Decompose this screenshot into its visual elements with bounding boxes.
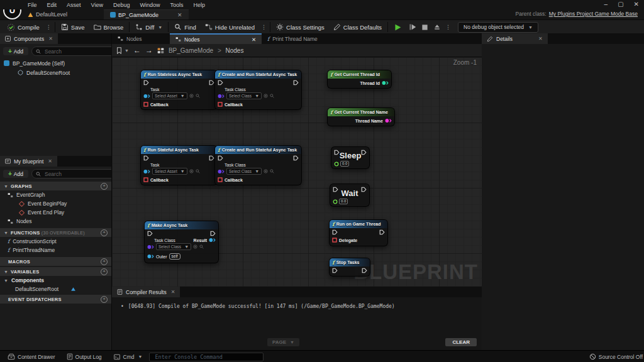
play-button[interactable]: [389, 20, 406, 34]
exec-in-pin[interactable]: [334, 150, 340, 155]
string-pin[interactable]: [385, 118, 392, 123]
doc-tab-nodes-1[interactable]: Nodes: [112, 33, 170, 44]
menu-edit[interactable]: Edit: [47, 2, 57, 8]
browse-asset-icon[interactable]: [196, 94, 200, 98]
use-selected-icon[interactable]: [264, 169, 268, 173]
duration-value[interactable]: 0.0: [339, 199, 348, 204]
class-defaults-button[interactable]: Class Defaults: [329, 20, 386, 34]
exec-in-pin[interactable]: [333, 187, 338, 192]
doc-tab-print-thread-name[interactable]: f Print Thread Name: [262, 33, 323, 44]
exec-out-pin[interactable]: [361, 187, 367, 192]
item-event-beginplay[interactable]: Event BeginPlay: [0, 199, 111, 208]
close-icon[interactable]: ✕: [48, 158, 52, 164]
exec-out-pin[interactable]: [209, 155, 214, 161]
breadcrumb-root[interactable]: BP_GameMode: [169, 47, 213, 54]
add-component-button[interactable]: + Add: [3, 47, 28, 55]
exec-out-pin[interactable]: [362, 268, 367, 273]
delegate-pin[interactable]: [143, 177, 148, 182]
graph-canvas[interactable]: Zoom -1 BLUEPRINT fRun Stateless Async T…: [112, 57, 482, 287]
output-log-button[interactable]: Output Log: [62, 351, 106, 362]
item-event-endplay[interactable]: Event End Play: [0, 208, 111, 217]
object-pin[interactable]: [147, 254, 154, 259]
exec-in-pin[interactable]: [332, 268, 338, 273]
menu-view[interactable]: View: [91, 2, 103, 8]
class-pin[interactable]: [218, 169, 225, 174]
add-blueprint-item-button[interactable]: + Add: [3, 170, 28, 178]
select-class-dropdown[interactable]: Select Class▼: [226, 168, 262, 175]
select-class-dropdown[interactable]: Select Class▼: [156, 243, 191, 250]
node-run-on-game-thread[interactable]: fRun on Game Thread Delegate: [329, 219, 388, 246]
exec-in-pin[interactable]: [143, 80, 149, 85]
hide-unrelated-options-icon[interactable]: ⋮: [259, 24, 269, 30]
delegate-pin[interactable]: [218, 177, 223, 182]
back-arrow-icon[interactable]: ←: [133, 46, 141, 55]
menu-window[interactable]: Window: [140, 2, 160, 8]
delegate-pin[interactable]: [332, 238, 337, 243]
menu-file[interactable]: File: [28, 2, 37, 8]
object-pin[interactable]: [143, 94, 150, 99]
bookmark-button[interactable]: ▼: [116, 47, 129, 54]
tab-bp-gamemode[interactable]: BP_GameMode ✕: [104, 9, 189, 19]
add-macro-icon[interactable]: +: [101, 258, 108, 265]
source-control-button[interactable]: Source Control Off: [585, 351, 644, 362]
close-icon[interactable]: ✕: [48, 36, 53, 41]
browse-asset-icon[interactable]: [270, 94, 274, 98]
compile-options-icon[interactable]: ⋮: [44, 24, 53, 30]
menu-debug[interactable]: Debug: [113, 2, 130, 8]
browse-asset-icon[interactable]: [199, 244, 204, 249]
add-variable-icon[interactable]: +: [101, 268, 108, 275]
use-selected-icon[interactable]: [264, 94, 268, 98]
exec-in-pin[interactable]: [143, 155, 149, 161]
graphs-section-header[interactable]: ▼ GRAPHS +: [0, 182, 111, 190]
object-out-pin[interactable]: [209, 238, 216, 243]
exec-out-pin[interactable]: [361, 150, 367, 155]
compiler-message-row[interactable]: • [0648.93] Compile of BP_GameMode succe…: [121, 304, 395, 309]
variables-components-group[interactable]: ▼ Components: [0, 276, 111, 285]
browse-button[interactable]: Browse: [89, 20, 128, 34]
add-graph-icon[interactable]: +: [101, 183, 108, 190]
exec-in-pin[interactable]: [147, 231, 153, 236]
hide-unrelated-button[interactable]: Hide Unrelated: [201, 20, 259, 34]
browse-asset-icon[interactable]: [270, 169, 274, 173]
outer-self-value[interactable]: self: [169, 253, 180, 260]
clear-button[interactable]: CLEAR: [445, 338, 477, 346]
diff-button[interactable]: Diff ▼: [131, 20, 167, 34]
select-asset-dropdown[interactable]: Select Asset▼: [152, 168, 187, 175]
class-pin[interactable]: [147, 244, 154, 250]
float-pin[interactable]: [333, 199, 338, 204]
tab-close-icon[interactable]: ✕: [177, 12, 182, 18]
compile-button[interactable]: Compile: [3, 20, 44, 34]
page-button[interactable]: PAGE ▼: [267, 338, 299, 346]
item-event-graph[interactable]: EventGraph: [0, 190, 111, 199]
minimize-icon[interactable]: –: [604, 1, 608, 8]
node-run-stateful-async-task[interactable]: fRun Stateful Async Task Task Select Ass…: [140, 145, 218, 185]
save-button[interactable]: Save: [57, 20, 89, 34]
exec-out-pin[interactable]: [293, 155, 299, 161]
console-command-box[interactable]: [149, 353, 264, 361]
node-sleep[interactable]: Sleep 0.0: [331, 146, 370, 169]
use-selected-icon[interactable]: [189, 94, 194, 98]
eject-button[interactable]: [431, 20, 443, 34]
duration-value[interactable]: 0.0: [340, 161, 349, 167]
item-nodes-graph[interactable]: Nodes: [0, 217, 111, 226]
float-pin[interactable]: [334, 162, 339, 167]
node-create-run-stateful-async-task-1[interactable]: fCreate and Run Stateful Async Task Task…: [214, 70, 302, 110]
details-tab[interactable]: Details ✕: [482, 33, 548, 44]
close-icon[interactable]: ✕: [538, 36, 543, 41]
components-tab[interactable]: Components ✕: [0, 33, 58, 44]
select-asset-dropdown[interactable]: Select Asset▼: [152, 92, 187, 99]
close-icon[interactable]: ✕: [634, 1, 639, 8]
stop-button[interactable]: [419, 20, 431, 34]
int-pin[interactable]: [382, 80, 389, 85]
component-row-root[interactable]: BP_GameMode (Self): [0, 58, 111, 68]
content-drawer-button[interactable]: Content Drawer: [3, 351, 60, 362]
node-make-async-task[interactable]: fMake Async Task Task Class Result Selec…: [144, 221, 219, 263]
components-search-input[interactable]: [43, 48, 116, 55]
exec-in-pin[interactable]: [218, 155, 223, 161]
maximize-icon[interactable]: ▢: [618, 1, 623, 8]
exec-in-pin[interactable]: [332, 229, 338, 235]
forward-arrow-icon[interactable]: →: [145, 46, 153, 55]
tab-defaultlevel[interactable]: DefaultLevel: [21, 9, 74, 19]
node-get-current-thread-id[interactable]: fGet Current Thread Id Thread Id: [327, 70, 392, 89]
object-pin[interactable]: [143, 169, 150, 174]
